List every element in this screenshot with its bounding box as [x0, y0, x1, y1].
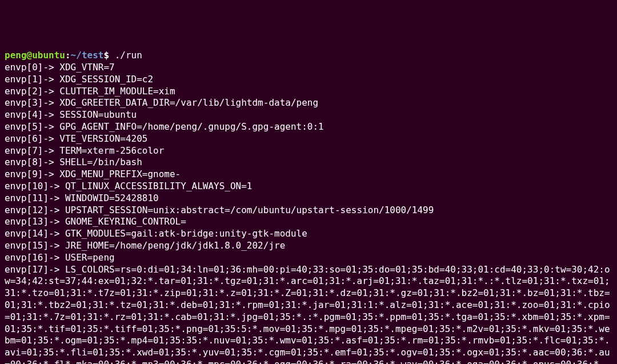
- output-line: envp[10]-> QT_LINUX_ACCESSIBILITY_ALWAYS…: [5, 181, 612, 193]
- output-line: envp[11]-> WINDOWID=52428810: [5, 193, 612, 205]
- output-line: envp[0]-> XDG_VTNR=7: [5, 62, 612, 74]
- output-line: envp[9]-> XDG_MENU_PREFIX=gnome-: [5, 169, 612, 181]
- command-text: ./run: [115, 50, 142, 61]
- output-line: envp[14]-> GTK_MODULES=gail:atk-bridge:u…: [5, 228, 612, 240]
- output-line: envp[3]-> XDG_GREETER_DATA_DIR=/var/lib/…: [5, 97, 612, 109]
- prompt-line: peng@ubuntu:~/test$ ./run: [5, 50, 142, 61]
- output-line: envp[15]-> JRE_HOME=/home/peng/jdk/jdk1.…: [5, 240, 612, 252]
- terminal-container[interactable]: peng@ubuntu:~/test$ ./run envp[0]-> XDG_…: [5, 50, 612, 364]
- output-line: envp[1]-> XDG_SESSION_ID=c2: [5, 74, 612, 86]
- prompt-host: ubuntu: [32, 50, 65, 61]
- prompt-colon: :: [65, 50, 71, 61]
- prompt-path: ~/test: [71, 50, 104, 61]
- output-line: envp[6]-> VTE_VERSION=4205: [5, 133, 612, 145]
- prompt-dollar: $: [103, 50, 114, 61]
- output-line: envp[12]-> UPSTART_SESSION=unix:abstract…: [5, 205, 612, 217]
- output-line: envp[13]-> GNOME_KEYRING_CONTROL=: [5, 216, 612, 228]
- output-line: envp[17]-> LS_COLORS=rs=0:di=01;34:ln=01…: [5, 264, 612, 364]
- prompt-at: @: [27, 50, 33, 61]
- output-line: envp[8]-> SHELL=/bin/bash: [5, 157, 612, 169]
- output-line: envp[5]-> GPG_AGENT_INFO=/home/peng/.gnu…: [5, 121, 612, 133]
- prompt-user: peng: [5, 50, 27, 61]
- output-line: envp[2]-> CLUTTER_IM_MODULE=xim: [5, 86, 612, 98]
- output-line: envp[4]-> SESSION=ubuntu: [5, 109, 612, 121]
- output-line: envp[16]-> USER=peng: [5, 252, 612, 264]
- output-line: envp[7]-> TERM=xterm-256color: [5, 145, 612, 157]
